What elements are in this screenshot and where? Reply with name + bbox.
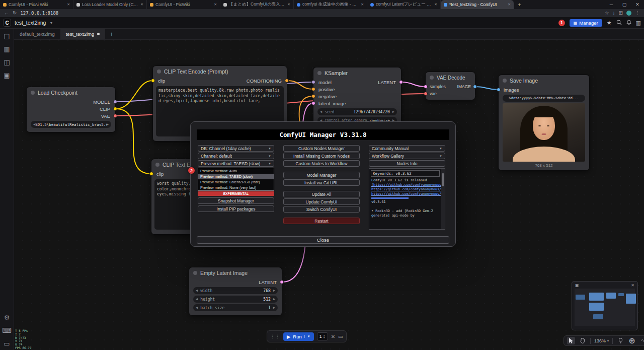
filename-prefix-widget[interactable]: %date:yyyy%-%date:MM%-%date:dd... [503,95,585,102]
community-manual-select[interactable]: Community Manual ▼ [369,145,445,152]
queue-panel-icon[interactable]: ▭ [338,334,343,339]
toggle-link-icon[interactable] [639,337,644,344]
node-ksampler[interactable]: KSampler model LATENT positive negative … [313,67,401,128]
prev-arrow-icon[interactable]: ◀ [196,306,198,310]
browser-tab[interactable]: 【まとめ】ComfyUIの導入と使用手順... ✕ [220,0,294,9]
node-title[interactable]: Empty Latent Image [189,267,282,278]
tab-close-icon[interactable]: ✕ [361,3,364,7]
collapse-dot-icon[interactable] [31,91,35,95]
prev-arrow-icon[interactable]: ◀ [320,110,322,114]
browser-tab[interactable]: Lora Loader Model Only (Cond... ✕ [73,0,147,9]
new-tab-button[interactable]: + [514,2,524,8]
minimap-layout-icon[interactable]: ▣ [575,283,579,288]
install-pip-button[interactable]: Install PIP packages [198,205,274,212]
focus-crosshair-icon[interactable]: ⊕ [628,337,636,344]
prev-arrow-icon[interactable]: ◀ [196,289,198,293]
tab-close-icon[interactable]: ✕ [67,3,70,7]
changelog-link[interactable]: https://github.com/comfyanonymous/Com [369,192,445,196]
new-workflow-tab-button[interactable]: + [105,29,118,39]
scrollbar-thumb[interactable] [442,173,444,186]
workflow-tab-active[interactable]: test_text2img [60,29,106,39]
lightbulb-icon[interactable] [616,337,624,344]
minimap-close-icon[interactable]: ✕ [631,283,634,288]
switch-comfyui-button[interactable]: Switch ComfyUI [283,206,360,213]
bookmark-star-icon[interactable]: ☆ [605,9,609,17]
next-arrow-icon[interactable]: ▶ [273,289,275,293]
model-library-icon[interactable]: ◫ [4,59,10,65]
tab-close-icon[interactable]: ✕ [140,3,143,7]
install-missing-nodes-button[interactable]: Install Missing Custom Nodes [283,153,360,159]
height-widget[interactable]: ◀ height 512 ▶ [193,296,278,303]
node-library-icon[interactable]: ▦ [4,46,10,52]
latent-port-icon[interactable] [399,80,403,84]
batch-count-stepper[interactable]: 1 ▲▼ [317,332,328,340]
minimap-panel[interactable]: ▣ ✕ [572,281,638,330]
model-port-icon[interactable] [311,80,315,84]
preview-method-select[interactable]: Preview method: TAESD (slow) ▼ [198,160,274,167]
tab-close-icon[interactable]: ✕ [434,3,437,7]
model-port-icon[interactable] [113,100,117,104]
manager-button[interactable]: ▦ Manager [570,19,602,27]
next-arrow-icon[interactable]: ▶ [392,110,394,114]
custom-nodes-in-workflow-button[interactable]: Custom Nodes In Workflow [283,160,360,167]
update-comfyui-button[interactable]: Update ComfyUI [283,198,360,205]
channel-select[interactable]: Channel: default ▼ [198,153,274,159]
stepper-arrows-icon[interactable]: ▲▼ [323,334,326,339]
dropdown-option[interactable]: Preview method: Auto [198,168,274,174]
collapse-dot-icon[interactable] [157,69,161,74]
vae-port-icon[interactable] [113,114,117,118]
conditioning-port-icon[interactable] [285,79,289,83]
changelog-link[interactable]: https://github.com/comfyanonymous/Com [369,187,445,192]
custom-nodes-manager-button[interactable]: Custom Nodes Manager [283,145,360,152]
workflow-name-menu[interactable]: test_text2img [15,20,46,26]
node-title[interactable]: CLIP Text Encode (Prompt) [153,66,287,77]
latent-port-icon[interactable] [424,85,428,89]
pan-hand-tool-icon[interactable] [579,337,587,344]
run-button[interactable]: ▶ Run ▼ [283,332,314,341]
latent-port-icon[interactable] [280,280,284,284]
image-port-icon[interactable] [473,85,477,89]
back-icon[interactable]: ← [4,9,9,17]
star-icon[interactable]: ★ [607,20,612,26]
close-button[interactable]: Close [197,236,449,244]
browser-tab[interactable]: ComfyUI - PixAi Wiki ✕ [0,0,73,9]
drag-handle-icon[interactable]: ⋮⋮ [270,334,280,339]
collapse-dot-icon[interactable] [430,76,434,80]
width-widget[interactable]: ◀ width 768 ▶ [193,287,278,294]
zoom-level-select[interactable]: 136% ▾ [594,338,609,343]
dropdown-option[interactable]: Preview method: Latent2RGB (fast) [198,179,274,185]
panel-toggle-icon[interactable]: ▥ [636,20,641,26]
keyboard-shortcuts-icon[interactable]: ⌨ [2,327,12,334]
model-manager-button[interactable]: Model Manager [283,172,360,178]
browser-tab[interactable]: comfyui 生成途中の画像 - Google 検索 ✕ [294,0,367,9]
conditioning-port-icon[interactable] [311,87,315,91]
changelog-link[interactable]: (https://github.com/comfyanonymous/Co [369,183,445,187]
conditioning-port-icon[interactable] [311,94,315,98]
clear-queue-icon[interactable]: ✕ [331,334,335,339]
refresh-icon[interactable]: ↻ [13,9,17,17]
next-arrow-icon[interactable]: ▶ [273,306,275,310]
db-channel-select[interactable]: DB: Channel (1day cache) ▼ [198,145,274,152]
latent-port-icon[interactable] [311,101,315,105]
node-title[interactable]: Load Checkpoint [27,87,115,98]
close-window-icon[interactable]: ✕ [631,0,644,9]
browser-tab[interactable]: comfyui Latentプレビュー - Google 検索 ✕ [367,0,441,9]
browser-tab[interactable]: ComfyUI - PixWiki ✕ [147,0,220,9]
vertical-scrollbar[interactable] [441,169,445,229]
node-load-checkpoint[interactable]: Load Checkpoint MODEL CLIP VAE ◀ SD1.5\b… [26,87,116,132]
seed-widget[interactable]: ◀ seed 129677420234220 ▶ [317,108,397,115]
extensions-icon[interactable]: ⊞ [619,9,623,17]
clip-port-icon[interactable] [113,107,117,111]
node-title[interactable]: VAE Decode [426,72,475,83]
url-text[interactable]: 127.0.0.1:8188 [20,11,58,16]
update-all-button[interactable]: Update All [283,191,360,197]
unsaved-dot-icon[interactable] [97,33,100,35]
next-arrow-icon[interactable]: ▶ [273,297,275,301]
minimap-body[interactable] [575,289,635,326]
maximize-icon[interactable]: ▢ [618,0,631,9]
clip-port-icon[interactable] [151,79,155,83]
queue-history-icon[interactable]: ▣ [4,72,10,79]
install-via-git-button[interactable]: Install via Git URL [283,179,360,186]
tab-close-icon[interactable]: ✕ [508,3,511,7]
profile-avatar[interactable] [626,11,631,16]
